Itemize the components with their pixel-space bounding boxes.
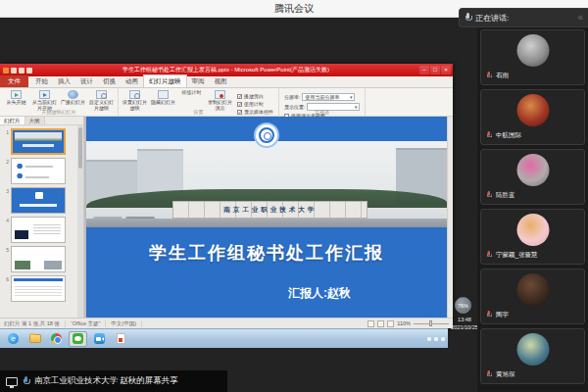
powerpoint-logo-icon[interactable]: [3, 68, 9, 74]
thumbnail-scrollbar[interactable]: [77, 125, 83, 318]
thumbnail-preview: [11, 128, 66, 155]
avatar: [516, 273, 549, 306]
record-slideshow-button[interactable]: 录制幻灯片演示: [207, 90, 233, 111]
office-document-icon: [117, 333, 125, 344]
zoom-slider[interactable]: [414, 323, 449, 324]
slide-thumbnail-5[interactable]: 5: [1, 246, 76, 272]
slideshow-view-button[interactable]: [387, 320, 394, 327]
rehearse-timings-button[interactable]: 排练计时: [178, 90, 205, 96]
slide-thumbnail-3[interactable]: 3: [1, 187, 76, 214]
tab-slides[interactable]: 幻灯片: [0, 117, 25, 124]
theme-name: “Office 主题”: [71, 320, 106, 327]
avatar: [516, 154, 549, 186]
tab-review[interactable]: 审阅: [187, 75, 210, 87]
slide-thumbnail-2[interactable]: 2: [1, 158, 76, 184]
participant-tile[interactable]: 宁蒙颖_张晋慧: [480, 209, 585, 265]
undo-icon[interactable]: [19, 68, 24, 74]
participant-name: 宁蒙颖_张晋慧: [496, 251, 538, 260]
broadcast-globe-icon: [68, 90, 78, 99]
taskbar-chrome[interactable]: [47, 331, 66, 347]
ribbon-tab-bar: 文件 开始 插入 设计 切换 动画 幻灯片放映 审阅 视图: [0, 76, 453, 88]
screen-share-banner: 南京工业职业技术大学 赵秋的屏幕共享: [0, 370, 227, 392]
from-current-slide-button[interactable]: 从当前幻灯片开始: [31, 90, 58, 111]
resolution-value: 使用当前分辨率: [305, 94, 339, 100]
tray-time: 13:48: [448, 316, 481, 323]
status-right-controls: 110%: [368, 320, 449, 327]
resolution-label: 分辨率:: [284, 94, 300, 100]
close-button[interactable]: ×: [441, 66, 451, 74]
group-label-monitors: 监视器: [279, 109, 365, 115]
tab-insert[interactable]: 插入: [53, 75, 75, 87]
ie-browser-icon: e: [8, 333, 19, 344]
participant-name: 石雨: [496, 72, 509, 80]
tab-slideshow[interactable]: 幻灯片放映: [143, 74, 187, 87]
resolution-dropdown[interactable]: 使用当前分辨率 ▾: [302, 93, 355, 101]
tab-animations[interactable]: 动画: [121, 75, 143, 87]
avatar: [516, 214, 549, 246]
participant-name-row: 陶宇: [486, 310, 509, 319]
participant-tile[interactable]: 陆胜蓝: [480, 149, 585, 205]
tab-design[interactable]: 设计: [75, 75, 98, 87]
play-narrations-checkbox[interactable]: 播放旁白: [237, 93, 273, 99]
taskbar-ie-browser[interactable]: e: [4, 331, 23, 347]
university-gate-sign: 南京工业职业技术大学: [172, 201, 368, 219]
participant-tile[interactable]: 石雨: [480, 29, 585, 85]
avatar: [516, 333, 549, 366]
slide-canvas[interactable]: 南京工业职业技术大学 学生工作组秘书处工作汇报 汇报人:赵秋: [86, 117, 447, 318]
collapse-panel-icon[interactable]: «: [577, 13, 583, 23]
university-emblem-icon: [254, 122, 279, 148]
save-icon[interactable]: [11, 68, 17, 74]
taskbar-office-document[interactable]: [112, 331, 130, 347]
broadcast-slideshow-button[interactable]: 广播幻灯片: [60, 90, 86, 106]
slide-thumbnail-1[interactable]: 1: [1, 128, 76, 155]
thumbnail-preview: [11, 217, 66, 243]
custom-slideshow-button[interactable]: 自定义幻灯片放映: [88, 90, 115, 111]
campus-photo: 南京工业职业技术大学: [86, 141, 447, 227]
system-tray: [427, 337, 448, 341]
slide-thumbnail-panel: 幻灯片 大纲 1 2 3 4: [0, 117, 84, 318]
ribbon: 从头开始 从当前幻灯片开始 广播幻灯片 自定义幻灯片放映 开始放映幻灯片: [0, 88, 453, 117]
maximize-button[interactable]: □: [430, 66, 440, 74]
hide-slide-button[interactable]: 隐藏幻灯片: [150, 90, 176, 106]
avatar: [516, 34, 549, 67]
tray-icon[interactable]: [441, 337, 445, 341]
minimize-button[interactable]: –: [419, 66, 429, 74]
tray-icon[interactable]: [427, 337, 431, 341]
button-label: 广播幻灯片: [61, 100, 85, 106]
ppt-window-title: 学生工作组秘书处工作汇报上发言稿.pptx - Microsoft PowerP…: [32, 66, 419, 74]
tencent-meeting-window: 腾讯会议 学生工作组秘书处工作汇报上发言稿.pptx - Microsoft P…: [0, 0, 588, 392]
tab-transitions[interactable]: 切换: [98, 75, 121, 87]
tab-view[interactable]: 视图: [210, 75, 232, 87]
tab-file[interactable]: 文件: [0, 75, 28, 87]
participant-name: 陶宇: [496, 311, 509, 319]
use-timings-checkbox[interactable]: 使用计时: [237, 101, 273, 107]
setup-slideshow-button[interactable]: 设置幻灯片放映: [122, 90, 148, 111]
slide-thumbnail-6[interactable]: 6: [1, 275, 76, 302]
tray-icon[interactable]: [434, 337, 438, 341]
normal-view-button[interactable]: [368, 320, 374, 327]
slide-thumbnail-4[interactable]: 4: [1, 217, 76, 243]
participant-tile[interactable]: 陶宇: [480, 269, 585, 324]
taskbar-tencent-meeting[interactable]: [90, 331, 109, 347]
mic-icon: [486, 191, 492, 199]
meeting-title: 腾讯会议: [274, 2, 314, 16]
slide-scrollbar[interactable]: [447, 117, 453, 318]
zoom-slider-thumb[interactable]: [429, 320, 432, 326]
taskbar-file-explorer[interactable]: [25, 331, 44, 347]
slide-counter: 幻灯片 第 1 张,共 18 张: [4, 320, 66, 327]
tab-home[interactable]: 开始: [30, 75, 53, 87]
taskbar-wechat[interactable]: [69, 331, 87, 347]
tab-outline[interactable]: 大纲: [25, 117, 45, 124]
mic-icon: [486, 251, 492, 259]
thumbnail-preview: [11, 187, 66, 214]
mic-icon[interactable]: [23, 376, 29, 386]
from-beginning-button[interactable]: 从头开始: [3, 90, 29, 106]
participant-tile[interactable]: 黄旭琛: [480, 328, 585, 384]
button-label: 隐藏幻灯片: [151, 100, 175, 106]
tray-clock[interactable]: 13:48 2021/10/25: [448, 316, 481, 332]
slide-sorter-view-button[interactable]: [377, 320, 384, 327]
slide-number: 4: [1, 217, 9, 223]
participant-tile[interactable]: 中航国际: [480, 89, 585, 145]
memory-usage-ball[interactable]: 76%: [455, 297, 471, 314]
folder-icon: [29, 334, 41, 343]
